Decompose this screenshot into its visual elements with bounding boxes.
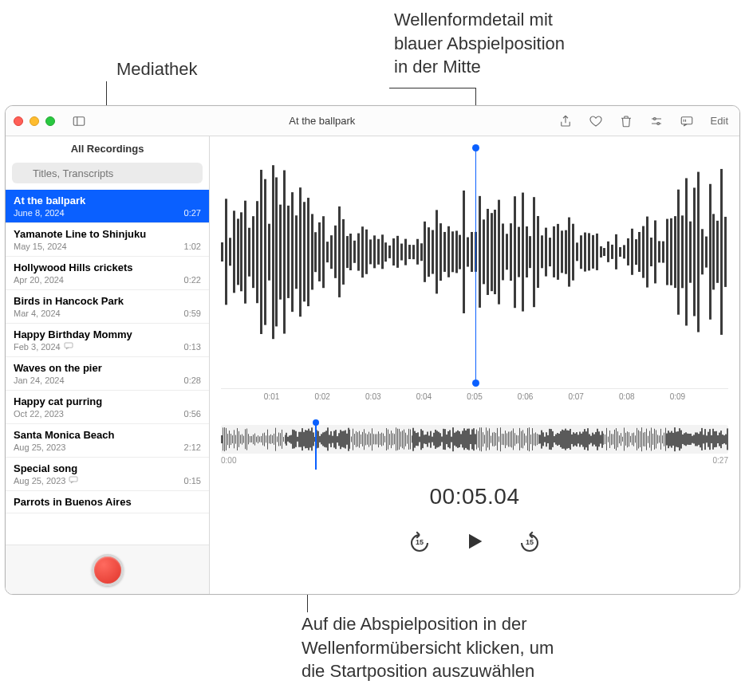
play-icon (463, 530, 486, 553)
play-button[interactable] (463, 530, 486, 555)
recording-item[interactable]: Happy cat purringOct 22, 20230:56 (6, 391, 209, 424)
overview-playhead[interactable] (315, 422, 317, 470)
recording-item[interactable]: Special songAug 25, 20230:15 (6, 458, 209, 491)
waveform-bar (681, 216, 684, 289)
waveform-bar (568, 217, 570, 286)
svg-rect-6 (681, 116, 692, 124)
timeline-tick: 0:01 (264, 392, 279, 401)
waveform-bar (545, 227, 547, 276)
waveform-bar (326, 242, 329, 262)
waveform-bar (658, 242, 660, 263)
recording-title: At the ballpark (14, 195, 201, 206)
minimize-window-button[interactable] (30, 116, 39, 126)
overview-end-time: 0:27 (713, 456, 728, 465)
waveform-bar (502, 224, 504, 281)
waveform-bar (557, 224, 559, 280)
waveform-bar (705, 236, 708, 267)
recording-item[interactable]: Waves on the pierJan 24, 20240:28 (6, 357, 209, 391)
waveform-bar (709, 184, 711, 320)
current-time-display: 00:05.04 (210, 484, 739, 509)
waveform-bar (252, 216, 254, 288)
waveform-bar (322, 216, 325, 288)
delete-button[interactable] (617, 113, 636, 129)
transcript-button[interactable] (677, 113, 696, 129)
recording-title: Happy cat purring (14, 395, 201, 407)
share-icon (558, 114, 573, 128)
waveform-bar (720, 169, 723, 335)
waveform-bar (412, 245, 415, 259)
waveform-bar (580, 235, 582, 269)
favorite-button[interactable] (586, 113, 605, 129)
recording-item[interactable]: Santa Monica BeachAug 25, 20232:12 (6, 424, 209, 458)
recording-title: Waves on the pier (14, 362, 201, 374)
window-title: At the ballpark (95, 115, 550, 127)
share-button[interactable] (556, 113, 575, 129)
transcript-badge-icon (69, 476, 78, 486)
timeline-tick: 0:04 (416, 392, 432, 401)
recording-title: Happy Birthday Mommy (14, 328, 201, 340)
recording-meta: Feb 3, 20240:13 (14, 342, 201, 352)
sidebar-toggle-icon (72, 114, 86, 128)
skip-back-button[interactable]: 15 (408, 531, 432, 555)
waveform-bar (244, 200, 246, 303)
recording-item[interactable]: Hollywood Hills cricketsApr 20, 20240:22 (6, 257, 209, 290)
recording-date: May 15, 2024 (14, 242, 67, 251)
waveform-bar (229, 238, 231, 266)
recording-item[interactable]: At the ballparkJune 8, 20240:27 (6, 190, 209, 223)
waveform-bar (529, 236, 531, 268)
waveform-bar (611, 245, 613, 259)
waveform-bar (353, 241, 356, 263)
recording-item[interactable]: Birds in Hancock ParkMar 4, 20240:59 (6, 290, 209, 324)
waveform-bar (522, 192, 524, 311)
waveform-bar (635, 239, 637, 265)
waveform-bar (526, 226, 528, 277)
sidebar-toggle-button[interactable] (69, 113, 89, 129)
waveform-bar (373, 236, 376, 269)
waveform-bar (533, 197, 535, 307)
annotation-text: in der Mitte (394, 55, 565, 79)
waveform-bar (561, 231, 563, 273)
waveform-bar (384, 242, 387, 262)
waveform-bar (494, 210, 496, 294)
overview-bar (727, 428, 728, 450)
recording-title: Special song (14, 462, 201, 474)
recording-meta: Apr 20, 20240:22 (14, 275, 201, 285)
skip-forward-button[interactable]: 15 (518, 531, 542, 555)
annotation-text: die Startposition auszuwählen (302, 659, 554, 683)
skip-seconds-label: 15 (408, 538, 432, 546)
record-button[interactable] (92, 554, 124, 586)
recording-duration: 0:22 (184, 275, 201, 285)
recording-detail: 0:010:020:030:040:050:060:070:080:09 0:0… (210, 136, 739, 594)
overview-start-time: 0:00 (221, 456, 236, 465)
edit-button[interactable]: Edit (708, 113, 731, 128)
recording-item[interactable]: Happy Birthday MommyFeb 3, 20240:13 (6, 324, 209, 357)
close-window-button[interactable] (14, 116, 23, 126)
transcript-badge-icon (64, 342, 73, 352)
waveform-bar (365, 230, 368, 274)
waveform-bar (584, 232, 586, 271)
detail-playhead[interactable] (475, 147, 476, 383)
search-input[interactable] (12, 163, 203, 183)
waveform-bar (272, 165, 274, 339)
waveform-bar (565, 230, 567, 273)
waveform-bar (631, 229, 633, 275)
recording-meta: Jan 24, 20240:28 (14, 376, 201, 385)
fullscreen-window-button[interactable] (45, 116, 55, 126)
waveform-bar (283, 170, 286, 333)
recording-item[interactable]: Yamanote Line to ShinjukuMay 15, 20241:0… (6, 223, 209, 257)
annotation-waveform-detail: Wellenformdetail mit blauer Abspielposit… (394, 8, 565, 79)
waveform-bar (420, 243, 423, 261)
playback-settings-button[interactable] (647, 113, 666, 129)
waveform-bar (459, 234, 461, 269)
window-controls (14, 116, 55, 126)
waveform-bar (600, 246, 602, 258)
waveform-bar (455, 231, 458, 273)
recording-item[interactable]: Parrots in Buenos Aires (6, 491, 209, 513)
svg-rect-12 (69, 477, 77, 482)
waveform-bar (666, 218, 668, 285)
waveform-bar (388, 246, 391, 258)
waveform-bar (514, 196, 516, 308)
svg-rect-11 (65, 343, 73, 348)
waveform-overview[interactable]: 0:00 0:27 (221, 425, 728, 465)
recording-duration: 0:13 (184, 342, 201, 352)
